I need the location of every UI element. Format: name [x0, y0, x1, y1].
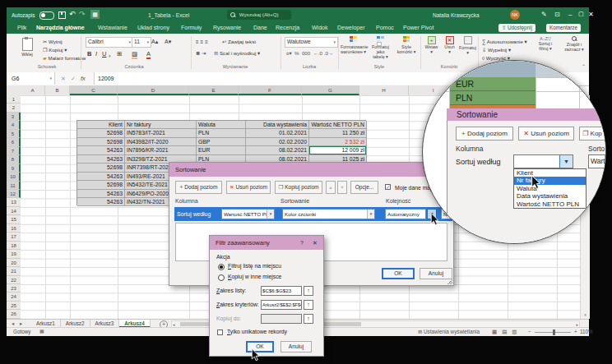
table-header-cell[interactable]: Wartość NETTO PLN: [309, 121, 367, 129]
paste-button[interactable]: Wklej: [16, 37, 38, 62]
headers-checkbox[interactable]: ✓: [385, 184, 391, 190]
name-box[interactable]: G6▾: [7, 72, 55, 85]
row-header[interactable]: 14: [7, 207, 21, 215]
borders-icon[interactable]: ⊞: [117, 51, 122, 58]
unique-records-label[interactable]: Tylko unikatowe rekordy: [227, 329, 287, 334]
filter-help-icon[interactable]: ?: [295, 236, 308, 250]
align-icons[interactable]: ≡≡≡: [196, 39, 210, 45]
row-header[interactable]: 9: [7, 164, 21, 173]
row-header[interactable]: 16: [7, 224, 21, 233]
tab-power-pivot[interactable]: Power Pivot: [403, 22, 434, 34]
comments-button[interactable]: Komentarze: [546, 24, 581, 32]
tab-pomoc[interactable]: Pomoc: [376, 22, 394, 34]
tab-formuly[interactable]: Formuły: [181, 22, 202, 34]
resize-grip[interactable]: [447, 279, 452, 284]
quick-access-icon[interactable]: ▦: [90, 10, 100, 19]
underline-button[interactable]: U: [102, 51, 106, 58]
conditional-formatting-button[interactable]: Formatowaniewarunkowe ▾: [341, 36, 366, 64]
row-header[interactable]: 23: [7, 284, 21, 293]
accessibility-icon[interactable]: ▦: [39, 328, 44, 335]
cancel-entry-icon[interactable]: ✕: [61, 72, 66, 85]
fx-icon[interactable]: fx: [81, 72, 86, 85]
redo-icon[interactable]: ↷: [79, 10, 86, 18]
table-header-cell[interactable]: Nr faktury: [125, 121, 197, 129]
row-headers[interactable]: 1234567891011121314151617181920212223242…: [7, 95, 21, 319]
cell-waluta[interactable]: PLN: [197, 129, 246, 137]
row-header[interactable]: 19: [7, 250, 21, 258]
undo-icon[interactable]: ↶: [69, 10, 76, 18]
row-header[interactable]: 12: [7, 190, 21, 198]
row-header[interactable]: 13: [7, 198, 21, 206]
tab-deweloper[interactable]: Deweloper: [337, 22, 364, 34]
options-button[interactable]: Opcje...: [350, 181, 378, 194]
fill-color-icon[interactable]: ▨: [132, 51, 137, 59]
column-header[interactable]: E: [189, 85, 239, 95]
cell-klient[interactable]: 52698: [77, 138, 125, 146]
delete-level-button[interactable]: ✕ Usuń poziom: [226, 181, 271, 194]
zoom-out-icon[interactable]: −: [528, 328, 531, 335]
inset-dropdown-item[interactable]: Klient: [514, 169, 586, 177]
row-header[interactable]: 18: [7, 242, 21, 250]
confirm-entry-icon[interactable]: ✓: [71, 72, 76, 85]
cell-klient[interactable]: 54263: [77, 198, 125, 206]
row-header[interactable]: 10: [7, 173, 21, 181]
tab-dane[interactable]: Dane: [253, 22, 267, 34]
pen-icon[interactable]: ✎: [541, 11, 547, 18]
sort-filter-button[interactable]: A↓Z▽ Sortuj ifiltruj ▾: [531, 36, 559, 64]
fill-button[interactable]: ⇩ Wypełnij ▾: [482, 47, 511, 53]
column-header[interactable]: G: [302, 85, 359, 95]
cell-styles-button[interactable]: Stylekomórki ▾: [394, 36, 419, 64]
tab-plik[interactable]: Plik: [17, 22, 26, 34]
tab-wstawianie[interactable]: Wstawianie: [98, 22, 128, 34]
column-header[interactable]: F: [239, 85, 302, 95]
cell-klient[interactable]: 54263: [77, 155, 125, 164]
cell-klient[interactable]: 54263: [77, 190, 125, 198]
insert-cells-button[interactable]: + Wstaw▾: [423, 36, 440, 64]
inset-dropdown-item[interactable]: Wartość NETTO PLN: [514, 200, 586, 208]
cell-data[interactable]: 08.02.2021: [246, 146, 309, 154]
number-format-combo[interactable]: Walutowe▾: [285, 37, 338, 48]
row-header[interactable]: 11: [7, 182, 21, 190]
row-header[interactable]: 24: [7, 293, 21, 301]
cell-nr-faktury[interactable]: IN7896/KR-2021: [125, 146, 197, 154]
row-header[interactable]: 5: [7, 130, 21, 138]
row-header[interactable]: 20: [7, 259, 21, 267]
font-size-combo[interactable]: 11▾: [132, 37, 151, 48]
delete-cells-button[interactable]: ✕ Usuń▾: [441, 36, 458, 64]
move-up-button[interactable]: ▴: [326, 181, 336, 194]
cell-data[interactable]: 02.02.2020: [246, 138, 309, 146]
cell-nr-faktury[interactable]: IN43982/IT-2020: [125, 138, 197, 146]
cell-klient[interactable]: 54263: [77, 173, 125, 181]
restore-button[interactable]: ▢: [578, 11, 584, 17]
autosave-toggle[interactable]: [39, 12, 54, 20]
copy-elsewhere-radio[interactable]: [218, 274, 225, 281]
order-combo[interactable]: Automatyczny: [385, 209, 426, 219]
copy-elsewhere-label[interactable]: Kopiuj w inne miejsce: [228, 274, 281, 279]
criteria-range-picker-icon[interactable]: ↑: [304, 300, 313, 310]
view-mode-icons[interactable]: ▦▤▥: [492, 328, 522, 335]
save-icon[interactable]: [58, 12, 66, 19]
underline-dd-icon[interactable]: ▾: [109, 53, 111, 59]
cell-klient[interactable]: 52698: [77, 181, 125, 189]
sort-dialog-title[interactable]: Sortowanie: [169, 163, 453, 177]
row-header[interactable]: 21: [7, 267, 21, 275]
row-header[interactable]: 3: [7, 113, 21, 121]
italic-button[interactable]: I: [95, 51, 97, 58]
grow-font-icon[interactable]: A▴: [151, 39, 158, 45]
row-header[interactable]: 26: [7, 310, 21, 318]
cell-nr-faktury[interactable]: IN5783/IT-2021: [125, 129, 197, 137]
cell-klient[interactable]: 54263: [77, 146, 125, 154]
cell-klient[interactable]: 52698: [77, 129, 125, 137]
cell-waluta[interactable]: GBP: [197, 138, 246, 146]
filter-close-icon[interactable]: ✕: [308, 236, 322, 250]
column-header[interactable]: C: [70, 85, 118, 95]
table-header-cell[interactable]: Klient: [77, 121, 125, 129]
merge-center-button[interactable]: ⊞ Scal i wyśrodkuj ▾: [214, 50, 260, 57]
table-header-cell[interactable]: Data wystawienia: [246, 121, 309, 129]
move-down-button[interactable]: ▾: [337, 181, 347, 194]
column-header[interactable]: H: [359, 85, 409, 95]
zoom-slider-thumb[interactable]: [553, 329, 555, 335]
sort-on-combo[interactable]: Kolor czcionki▾: [282, 209, 375, 219]
unique-records-checkbox[interactable]: [217, 329, 223, 335]
bold-button[interactable]: B: [87, 51, 91, 58]
